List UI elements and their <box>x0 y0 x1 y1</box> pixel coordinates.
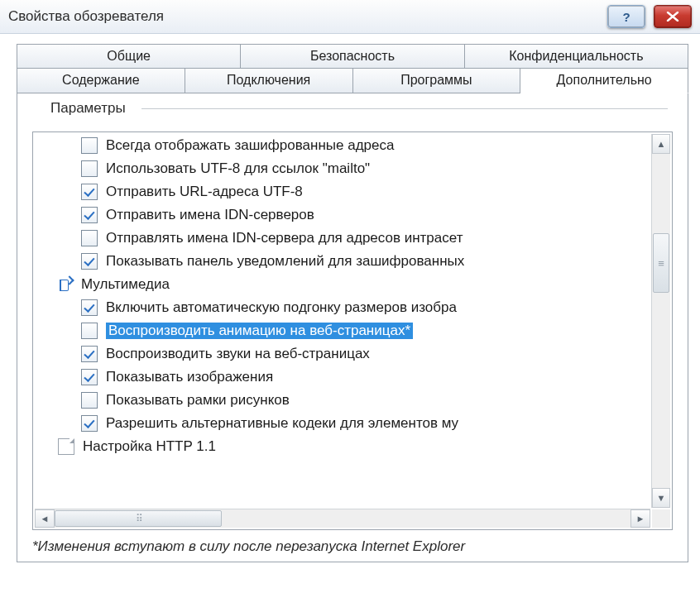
option-label: Показывать изображения <box>106 369 273 385</box>
close-icon <box>666 12 679 22</box>
option-label: Мультимедиа <box>81 276 170 293</box>
tab-Содержание[interactable]: Содержание <box>17 68 185 93</box>
option-row-8[interactable]: Воспроизводить анимацию на веб-страницах… <box>35 319 650 342</box>
option-label: Воспроизводить анимацию на веб-страницах… <box>106 323 413 339</box>
option-row-4[interactable]: Отправлять имена IDN-сервера для адресов… <box>35 227 650 250</box>
scroll-corner <box>652 509 670 528</box>
tab-row-2: СодержаниеПодключенияПрограммыДополнител… <box>17 69 688 94</box>
category-page[interactable]: Настройка HTTP 1.1 <box>35 435 650 458</box>
page-icon <box>58 438 74 455</box>
option-label: Отправлять имена IDN-сервера для адресов… <box>106 230 463 246</box>
checkbox[interactable] <box>81 392 98 409</box>
scroll-up-button[interactable]: ▲ <box>652 134 670 154</box>
dialog-window: { "title": "Свойства обозревателя", "tab… <box>0 0 700 612</box>
option-row-5[interactable]: Показывать панель уведомлений для зашифр… <box>35 250 650 273</box>
tab-Конфиденциальность[interactable]: Конфиденциальность <box>465 44 688 69</box>
checkbox[interactable] <box>81 346 98 362</box>
scroll-left-button[interactable]: ◄ <box>35 509 55 528</box>
scroll-down-button[interactable]: ▼ <box>652 488 670 508</box>
tab-Подключения[interactable]: Подключения <box>185 68 353 93</box>
option-label: Показывать панель уведомлений для зашифр… <box>106 253 464 270</box>
option-label: Разрешить альтернативные кодеки для элем… <box>106 415 458 432</box>
option-label: Настройка HTTP 1.1 <box>83 438 216 455</box>
checkbox[interactable] <box>81 160 98 177</box>
group-divider <box>141 108 668 109</box>
option-row-1[interactable]: Использовать UTF-8 для ссылок "mailto" <box>35 157 650 180</box>
option-row-9[interactable]: Воспроизводить звуки на веб-страницах <box>35 342 650 366</box>
category-media[interactable]: Мультимедиа <box>35 273 650 296</box>
checkbox[interactable] <box>81 323 98 339</box>
option-row-7[interactable]: Включить автоматическую подгонку размеро… <box>35 296 650 319</box>
checkbox[interactable] <box>81 137 98 154</box>
option-row-11[interactable]: Показывать рамки рисунков <box>35 389 650 412</box>
tab-Программы[interactable]: Программы <box>353 68 521 93</box>
tab-row-1: ОбщиеБезопасностьКонфиденциальность <box>17 44 688 69</box>
checkbox[interactable] <box>81 253 98 270</box>
list-viewport: Всегда отображать зашифрованные адресаИс… <box>35 134 650 508</box>
checkbox[interactable] <box>81 184 98 200</box>
tab-container: ОбщиеБезопасностьКонфиденциальность Соде… <box>17 44 688 94</box>
checkbox[interactable] <box>81 415 98 432</box>
group-label: Параметры <box>46 100 131 117</box>
option-label: Воспроизводить звуки на веб-страницах <box>106 346 370 362</box>
option-label: Всегда отображать зашифрованные адреса <box>106 137 394 154</box>
titlebar: Свойства обозревателя ? <box>0 0 700 34</box>
scroll-right-button[interactable]: ► <box>630 509 650 528</box>
tab-pane-advanced: Параметры Всегда отображать зашифрованны… <box>17 93 688 562</box>
media-icon <box>58 277 73 292</box>
horizontal-scroll-thumb[interactable] <box>55 510 222 527</box>
help-button[interactable]: ? <box>607 5 645 28</box>
checkbox[interactable] <box>81 369 98 385</box>
tab-Дополнительно[interactable]: Дополнительно <box>520 68 688 93</box>
option-row-3[interactable]: Отправить имена IDN-серверов <box>35 203 650 227</box>
checkbox[interactable] <box>81 207 98 223</box>
vertical-scroll-thumb[interactable] <box>653 233 669 293</box>
footnote: *Изменения вступают в силу после перезап… <box>32 538 673 555</box>
tab-Безопасность[interactable]: Безопасность <box>241 44 464 69</box>
title-buttons: ? <box>607 5 692 28</box>
option-label: Отправить URL-адреса UTF-8 <box>106 184 303 200</box>
option-row-12[interactable]: Разрешить альтернативные кодеки для элем… <box>35 412 650 435</box>
horizontal-scroll-track[interactable] <box>55 509 630 528</box>
tab-Общие[interactable]: Общие <box>17 44 241 69</box>
option-label: Использовать UTF-8 для ссылок "mailto" <box>106 160 370 177</box>
window-title: Свойства обозревателя <box>8 8 607 25</box>
close-button[interactable] <box>654 5 692 28</box>
option-row-0[interactable]: Всегда отображать зашифрованные адреса <box>35 134 650 157</box>
option-label: Отправить имена IDN-серверов <box>106 207 314 223</box>
settings-listbox[interactable]: Всегда отображать зашифрованные адресаИс… <box>32 131 673 530</box>
checkbox[interactable] <box>81 230 98 246</box>
option-label: Включить автоматическую подгонку размеро… <box>106 299 457 316</box>
option-label: Показывать рамки рисунков <box>106 392 290 409</box>
vertical-scroll-track[interactable] <box>652 154 670 488</box>
checkbox[interactable] <box>81 299 98 316</box>
horizontal-scrollbar[interactable]: ◄ ► <box>35 509 650 528</box>
option-row-2[interactable]: Отправить URL-адреса UTF-8 <box>35 180 650 203</box>
option-row-10[interactable]: Показывать изображения <box>35 366 650 389</box>
vertical-scrollbar[interactable]: ▲ ▼ <box>651 134 670 508</box>
dialog-content: ОбщиеБезопасностьКонфиденциальность Соде… <box>0 34 700 562</box>
